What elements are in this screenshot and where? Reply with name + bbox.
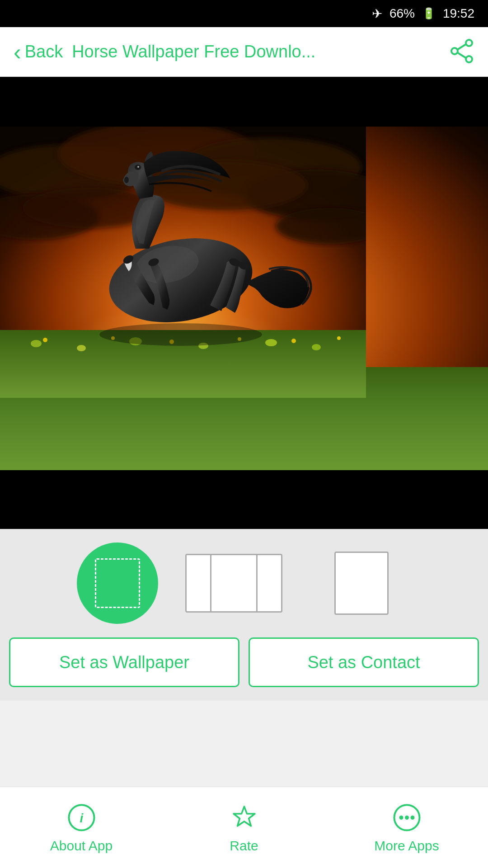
svg-point-30 bbox=[124, 177, 129, 183]
svg-point-42 bbox=[399, 816, 403, 820]
more-apps-label: More Apps bbox=[374, 838, 439, 854]
horse-image bbox=[0, 127, 488, 470]
dual-panel-center bbox=[210, 554, 258, 613]
rate-label: Rate bbox=[230, 838, 258, 854]
back-label: Back bbox=[25, 42, 63, 61]
nav-rate[interactable]: Rate bbox=[163, 802, 325, 854]
nav-about-app[interactable]: i About App bbox=[0, 802, 163, 854]
svg-point-37 bbox=[99, 323, 262, 346]
svg-point-17 bbox=[77, 345, 86, 351]
svg-point-22 bbox=[43, 338, 47, 342]
back-arrow-icon: ‹ bbox=[14, 41, 21, 63]
svg-point-21 bbox=[312, 344, 321, 350]
set-contact-button[interactable]: Set as Contact bbox=[249, 637, 479, 687]
bottom-black-bar bbox=[0, 470, 488, 529]
nav-more-apps[interactable]: More Apps bbox=[325, 802, 488, 854]
svg-point-16 bbox=[31, 340, 42, 347]
crop-option-dual[interactable] bbox=[185, 549, 285, 617]
svg-point-0 bbox=[466, 40, 472, 46]
page-title: Horse Wallpaper Free Downlo... bbox=[72, 42, 449, 61]
svg-line-3 bbox=[457, 44, 466, 50]
header: ‹ Back Horse Wallpaper Free Downlo... bbox=[0, 27, 488, 77]
crop-option-single[interactable] bbox=[312, 549, 411, 617]
crop-option-portrait[interactable] bbox=[77, 542, 158, 624]
svg-point-32 bbox=[137, 166, 139, 168]
share-button[interactable] bbox=[449, 38, 474, 66]
horse-svg bbox=[0, 127, 366, 398]
back-button[interactable]: ‹ Back bbox=[14, 41, 63, 63]
more-apps-icon bbox=[391, 802, 422, 834]
svg-line-4 bbox=[457, 52, 466, 58]
image-container bbox=[0, 77, 488, 529]
svg-point-2 bbox=[451, 48, 458, 54]
svg-point-1 bbox=[466, 56, 472, 62]
battery-percent: 66% bbox=[389, 6, 415, 21]
bottom-navigation: i About App Rate More Apps bbox=[0, 787, 488, 868]
action-buttons: Set as Wallpaper Set as Contact bbox=[0, 637, 488, 701]
svg-point-27 bbox=[337, 336, 341, 340]
about-app-icon: i bbox=[66, 802, 97, 834]
about-app-label: About App bbox=[50, 838, 113, 854]
crop-options bbox=[0, 529, 488, 637]
svg-point-43 bbox=[405, 816, 409, 820]
status-bar: ✈ 66% 🔋 19:52 bbox=[0, 0, 488, 27]
svg-point-20 bbox=[265, 339, 277, 346]
top-black-bar bbox=[0, 77, 488, 127]
svg-marker-40 bbox=[234, 807, 255, 826]
set-wallpaper-button[interactable]: Set as Wallpaper bbox=[9, 637, 239, 687]
portrait-crop-icon bbox=[95, 558, 140, 608]
svg-point-44 bbox=[410, 816, 414, 820]
clock: 19:52 bbox=[443, 6, 474, 21]
airplane-icon: ✈ bbox=[372, 6, 382, 21]
share-icon bbox=[449, 57, 474, 65]
battery-icon: 🔋 bbox=[422, 7, 436, 20]
single-panel bbox=[334, 552, 389, 615]
svg-point-26 bbox=[291, 339, 296, 343]
rate-icon bbox=[228, 802, 260, 834]
svg-text:i: i bbox=[80, 811, 84, 825]
